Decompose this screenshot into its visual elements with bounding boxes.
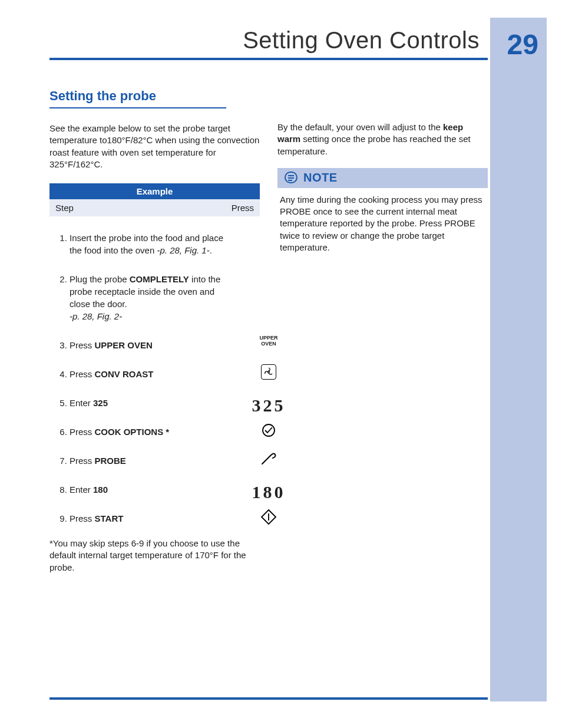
start-icon (248, 509, 289, 528)
upper-oven-icon: UPPER OVEN (248, 335, 289, 347)
section-heading: Setting the probe (49, 88, 226, 108)
step-bold: START (95, 513, 124, 523)
step-text: Press (70, 369, 95, 379)
step-bold: 180 (93, 485, 108, 495)
step-bold: CONV ROAST (95, 369, 154, 379)
probe-icon (248, 451, 289, 469)
step-text: Press (70, 456, 95, 466)
step-1: Insert the probe into the food and place… (70, 232, 260, 256)
example-header: Example (49, 183, 260, 199)
conv-roast-icon (248, 364, 289, 383)
note-icon (283, 170, 299, 186)
digit-display: 325 (252, 396, 286, 415)
step-ref: -p. 28, Fig. 2- (70, 311, 122, 321)
col-press: Press (232, 203, 254, 213)
intro-paragraph: See the example below to set the probe t… (49, 123, 260, 170)
title-underline (49, 58, 488, 60)
step-text: . (210, 245, 212, 255)
step-3: Press UPPER OVEN UPPER OVEN (70, 339, 260, 351)
step-bold: PROBE (95, 456, 126, 466)
step-9: Press START (70, 512, 260, 525)
step-bold: COMPLETELY (130, 274, 189, 284)
step-6: Press COOK OPTIONS * (70, 426, 260, 438)
note-body: Any time during the cooking process you … (277, 194, 488, 253)
note-header: NOTE (277, 168, 488, 188)
footnote: *You may skip steps 6-9 if you choose to… (49, 538, 260, 574)
step-4: Press CONV ROAST (70, 368, 260, 380)
step-text: Enter (70, 398, 93, 408)
text: By the default, your oven will adjust to… (277, 122, 443, 132)
upper-oven-label: UPPER OVEN (248, 335, 289, 347)
step-ref: -p. 28, Fig. 1- (157, 245, 209, 255)
bottom-rule (49, 697, 488, 700)
left-column: Setting the probe See the example below … (49, 88, 260, 574)
digit-display: 180 (252, 482, 286, 502)
content-area: Setting the probe See the example below … (49, 88, 488, 574)
text: setting once the probe has reached the s… (277, 134, 471, 156)
steps-list: Insert the probe into the food and place… (49, 232, 260, 525)
page-title: Setting Oven Controls (243, 27, 480, 54)
step-text: Plug the probe (70, 274, 130, 284)
table-header-row: Step Press (49, 199, 260, 216)
step-text: Press (70, 427, 95, 437)
step-bold: 325 (93, 398, 108, 408)
col-step: Step (55, 203, 74, 213)
display-180: 180 (248, 480, 289, 505)
step-text: Press (70, 513, 95, 523)
page-number: 29 (507, 28, 538, 61)
page-side-tab (490, 18, 547, 701)
display-325: 325 (248, 393, 289, 418)
cook-options-icon (248, 422, 289, 442)
step-text: Press (70, 340, 95, 350)
step-2: Plug the probe COMPLETELY into the probe… (70, 273, 260, 322)
step-8: Enter 180 180 (70, 483, 260, 496)
right-intro: By the default, your oven will adjust to… (277, 121, 488, 157)
note-label: NOTE (303, 171, 338, 185)
svg-point-1 (263, 424, 275, 436)
right-column: By the default, your oven will adjust to… (277, 88, 488, 574)
step-bold: UPPER OVEN (95, 340, 153, 350)
step-5: Enter 325 325 (70, 397, 260, 409)
step-text: Enter (70, 485, 93, 495)
fan-icon (261, 364, 276, 380)
step-bold: COOK OPTIONS * (95, 427, 170, 437)
step-7: Press PROBE (70, 454, 260, 467)
